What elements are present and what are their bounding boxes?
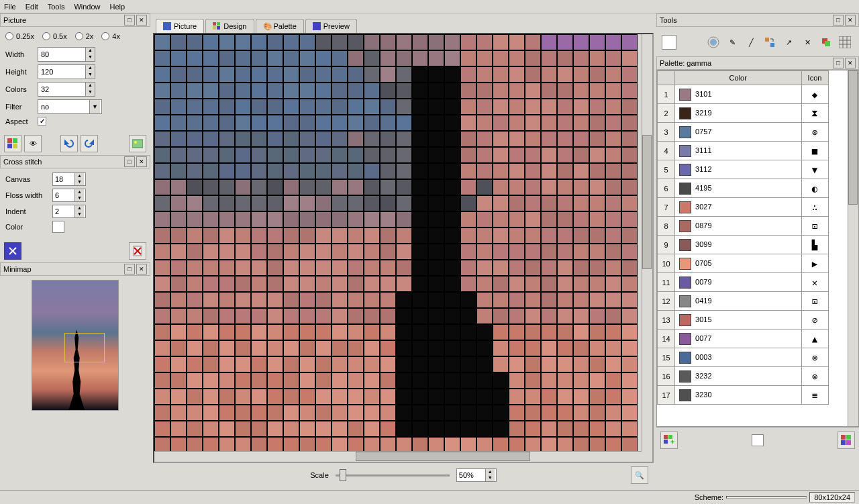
palette-icon-header[interactable]: Icon: [801, 71, 828, 85]
palette-row[interactable]: 5 3112 ▼: [658, 160, 848, 179]
palette-row[interactable]: 10 0705 ▶: [658, 254, 848, 273]
palette-color-header[interactable]: Color: [675, 71, 802, 85]
pixel-canvas[interactable]: [154, 34, 631, 442]
scale-slider[interactable]: [336, 474, 450, 476]
zoom-2-radio[interactable]: [75, 32, 83, 40]
palette-row[interactable]: 11 0079 ✕: [658, 273, 848, 292]
colors-down[interactable]: ▼: [86, 89, 95, 96]
tab-palette[interactable]: 🎨Palette: [256, 19, 304, 33]
tab-design[interactable]: Design: [205, 19, 254, 33]
zoom-fit-button[interactable]: 🔍: [631, 466, 648, 484]
colors-input[interactable]: [38, 83, 85, 95]
width-input[interactable]: [38, 48, 85, 60]
footer-color-swatch[interactable]: [752, 434, 764, 446]
minimap-panel-close[interactable]: ✕: [136, 264, 147, 274]
width-up[interactable]: ▲: [86, 48, 95, 54]
palette-row[interactable]: 3 0757 ⊗: [658, 123, 848, 142]
palette-row[interactable]: 8 0879 ⊡: [658, 217, 848, 236]
scale-label: Scale: [310, 471, 329, 479]
tab-preview[interactable]: Preview: [305, 19, 357, 33]
menu-help[interactable]: Help: [110, 3, 125, 11]
palette-row[interactable]: 2 3219 ⧗: [658, 104, 848, 123]
cross-color-swatch[interactable]: [52, 221, 64, 233]
palette-panel-close[interactable]: ✕: [845, 58, 856, 68]
scale-slider-thumb[interactable]: [340, 469, 346, 481]
width-down[interactable]: ▼: [86, 54, 95, 61]
palette-row[interactable]: 4 3111 ■: [658, 142, 848, 160]
add-color-button[interactable]: +: [660, 432, 678, 449]
fill-icon[interactable]: [817, 34, 835, 51]
zoom-4-radio[interactable]: [101, 32, 109, 40]
palette-row[interactable]: 6 4195 ◐: [658, 179, 848, 198]
swap-colors-icon[interactable]: [761, 34, 778, 51]
palette-panel-undock[interactable]: □: [833, 58, 844, 68]
eraser-icon[interactable]: ✕: [799, 34, 816, 51]
filter-combo[interactable]: [38, 101, 89, 113]
palette-row[interactable]: 1 3101 ◆: [658, 85, 848, 104]
zoom-025-radio[interactable]: [5, 32, 13, 40]
indent-input[interactable]: [53, 205, 74, 217]
menu-tools[interactable]: Tools: [48, 3, 65, 11]
eyedropper-icon[interactable]: ↗: [780, 34, 797, 51]
canvas-area[interactable]: [153, 33, 654, 463]
palette-row[interactable]: 15 0003 ⊗: [658, 348, 848, 367]
preview-tool-icon[interactable]: [4, 242, 21, 260]
floss-input[interactable]: [53, 189, 74, 201]
minimap-panel-undock[interactable]: □: [124, 264, 135, 274]
current-color-swatch[interactable]: [662, 35, 676, 50]
canvas-input[interactable]: [53, 173, 74, 185]
eye-tool-icon[interactable]: 👁: [24, 135, 42, 152]
palette-row[interactable]: 9 3099 ▙: [658, 236, 848, 254]
cross-panel-undock[interactable]: □: [124, 156, 135, 167]
cross-panel-header: Cross stitch □ ✕: [0, 155, 150, 168]
menu-edit[interactable]: Edit: [26, 3, 38, 11]
palette-row[interactable]: 14 0077 ▲: [658, 330, 848, 348]
svg-rect-20: [825, 41, 830, 46]
tab-bar: Picture Design 🎨Palette Preview: [153, 16, 654, 33]
menu-file[interactable]: File: [4, 3, 16, 11]
svg-point-5: [134, 141, 137, 144]
delete-tool-icon[interactable]: [129, 242, 146, 260]
palette-row[interactable]: 12 0419 ⊡: [658, 292, 848, 311]
palette-tool-icon[interactable]: [4, 135, 21, 152]
svg-rect-21: [664, 435, 668, 439]
horizontal-scroll-thumb[interactable]: [356, 452, 530, 461]
picture-panel-close[interactable]: ✕: [136, 15, 147, 26]
color-wheel-icon[interactable]: [705, 34, 722, 51]
palette-table: Color Icon 1 3101 ◆ 2 3219 ⧗ 3 0757 ⊗ 4 …: [657, 70, 848, 405]
redo-button[interactable]: [81, 135, 98, 152]
minimap-image[interactable]: [32, 280, 119, 411]
footer-palette-button[interactable]: [838, 432, 855, 449]
svg-point-16: [710, 39, 717, 46]
undo-button[interactable]: [60, 135, 78, 152]
height-up[interactable]: ▲: [86, 65, 95, 72]
horizontal-scrollbar[interactable]: [154, 451, 642, 462]
menu-bar: File Edit Tools Window Help: [0, 0, 859, 13]
cross-panel-close[interactable]: ✕: [136, 156, 147, 167]
filter-combo-arrow[interactable]: ▼: [89, 100, 100, 113]
height-down[interactable]: ▼: [86, 72, 95, 79]
aspect-checkbox[interactable]: ✓: [38, 117, 46, 125]
picture-panel-undock[interactable]: □: [124, 15, 135, 26]
picture-panel-header: Picture □ ✕: [0, 13, 150, 27]
height-input[interactable]: [38, 66, 85, 78]
brush-icon[interactable]: ╱: [742, 34, 760, 51]
colors-up[interactable]: ▲: [86, 83, 95, 89]
vertical-scroll-thumb[interactable]: [642, 135, 652, 269]
menu-window[interactable]: Window: [74, 3, 100, 11]
tools-panel-close[interactable]: ✕: [845, 15, 856, 26]
image-tool-icon[interactable]: [129, 135, 146, 152]
zoom-05-radio[interactable]: [42, 32, 50, 40]
scale-input[interactable]: [457, 469, 485, 481]
palette-scrollbar[interactable]: [848, 70, 858, 426]
vertical-scrollbar[interactable]: [642, 34, 652, 451]
pencil-icon[interactable]: ✎: [723, 34, 741, 51]
palette-row[interactable]: 17 3230 ≡: [658, 386, 848, 405]
palette-row[interactable]: 13 3015 ⊘: [658, 311, 848, 330]
tools-panel-undock[interactable]: □: [833, 15, 844, 26]
minimap-viewport[interactable]: [64, 333, 105, 362]
grid-icon[interactable]: [836, 34, 854, 51]
tab-picture[interactable]: Picture: [156, 19, 204, 33]
palette-row[interactable]: 7 3027 ∴: [658, 198, 848, 217]
palette-row[interactable]: 16 3232 ⊗: [658, 367, 848, 386]
